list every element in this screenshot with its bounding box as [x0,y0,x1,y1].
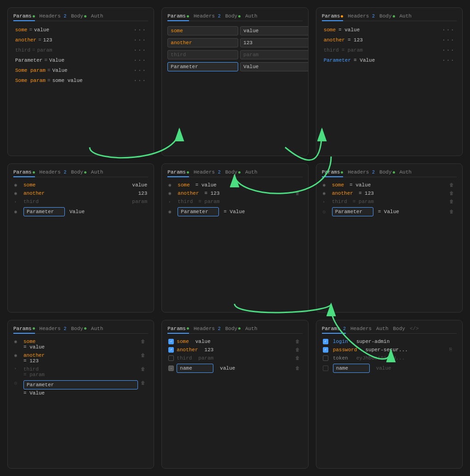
tab-body-6[interactable]: Body [379,169,395,175]
checkbox[interactable]: ✓ [168,339,174,344]
param-menu[interactable]: ··· [442,26,455,34]
delete-button[interactable]: 🗑 [295,366,302,371]
eye-off-icon[interactable]: ◎ [323,209,329,215]
param-menu[interactable]: ··· [133,77,146,84]
delete-button[interactable]: 🗑 [295,191,302,196]
key-input[interactable] [167,38,238,47]
tab-body-3[interactable]: Body [379,13,395,19]
tab-headers-7[interactable]: Headers 2 [40,326,67,331]
checkbox[interactable] [168,355,174,361]
eye-icon[interactable]: ◉ [323,191,329,196]
tab-params-8[interactable]: Params [167,326,189,331]
tab-auth-2[interactable]: Auth [245,13,257,19]
param-menu[interactable]: ··· [133,46,146,54]
delete-button[interactable]: 🗑 [141,353,147,358]
copy-button[interactable]: ⎘ [449,347,456,352]
tab-auth-1[interactable]: Auth [91,13,103,19]
tab-auth-4[interactable]: Auth [91,169,103,175]
tab-body-1[interactable]: Body [71,13,86,19]
key-input[interactable] [167,26,238,35]
eye-icon[interactable]: ◉ [323,182,329,188]
tab-auth-5[interactable]: Auth [245,169,257,175]
param-menu[interactable]: ··· [133,57,146,64]
chevron-icon[interactable]: › [14,200,21,204]
delete-button[interactable]: 🗑 [449,182,456,188]
checkbox[interactable]: ✓ [323,339,328,344]
eye-icon[interactable]: ◉ [168,182,175,188]
param-menu[interactable]: ··· [133,36,146,44]
tab-headers-2[interactable]: Headers 2 [194,13,221,19]
key-input[interactable] [177,364,213,373]
tab-headers-4[interactable]: Headers 2 [40,169,67,175]
delete-button[interactable]: 🗑 [295,339,302,344]
tab-auth-8[interactable]: Auth [245,326,257,331]
tab-params-1[interactable]: Params [13,13,35,19]
key-input[interactable] [167,62,238,71]
param-val: = 123 [348,37,363,43]
tab-params-4[interactable]: Params [13,169,35,175]
tab-headers-1[interactable]: Headers 2 [40,13,67,19]
tab-body-2[interactable]: Body [225,13,241,19]
eye-icon[interactable]: ◉ [168,191,175,196]
eye-icon[interactable]: ◉ [14,339,21,344]
chevron-icon[interactable]: › [323,200,329,204]
tab-auth-3[interactable]: Auth [400,13,412,19]
tab-params-9[interactable]: Params 2 [322,326,346,331]
tab-headers-9[interactable]: Headers [350,326,372,331]
eye-icon[interactable]: ◉ [14,353,21,358]
checkbox[interactable] [323,355,328,361]
eye-icon[interactable]: ◉ [14,182,21,188]
delete-button[interactable]: 🗑 [141,366,147,372]
delete-button[interactable]: 🗑 [141,380,147,386]
eye-icon[interactable]: ◉ [14,191,21,196]
tab-headers-8[interactable]: Headers 2 [194,326,221,331]
checkbox[interactable]: – [168,366,174,371]
chevron-icon[interactable]: › [168,200,175,204]
tab-headers-6[interactable]: Headers 2 [348,169,375,175]
tab-params-2[interactable]: Params [167,13,189,19]
param-menu[interactable]: ··· [133,67,146,74]
tab-auth-9[interactable]: Auth [376,326,388,331]
val-input[interactable] [240,38,308,47]
key-input[interactable] [23,207,65,216]
param-menu[interactable]: ··· [442,36,455,44]
tab-auth-6[interactable]: Auth [400,169,412,175]
eye-icon[interactable]: ◉ [14,209,21,215]
key-input[interactable] [178,207,219,216]
delete-button[interactable]: 🗑 [295,347,302,353]
tab-code-9[interactable]: </> [410,326,419,331]
val-input[interactable] [240,26,308,35]
val-input[interactable] [240,50,308,59]
delete-button[interactable]: 🗑 [449,209,456,215]
tab-headers-5[interactable]: Headers 2 [194,169,221,175]
tab-body-5[interactable]: Body [225,169,241,175]
chevron-icon[interactable]: › [14,366,21,371]
key-input[interactable] [23,380,138,389]
tab-body-8[interactable]: Body [225,326,241,331]
key-input[interactable] [167,50,238,59]
tab-body-9[interactable]: Body [393,326,405,331]
eye-off-icon[interactable]: ◎ [14,380,21,386]
eye-icon[interactable]: ◉ [168,209,175,215]
key-input[interactable] [333,364,370,373]
key-input[interactable] [332,207,373,216]
checkbox[interactable]: ✓ [323,347,328,353]
tab-params-3[interactable]: Params [322,13,344,19]
param-menu[interactable]: ··· [133,26,146,34]
tab-params-5[interactable]: Params [167,169,189,175]
checkbox[interactable] [323,366,328,371]
delete-button[interactable]: 🗑 [449,191,456,196]
tab-headers-3[interactable]: Headers 2 [348,13,375,19]
param-menu[interactable]: ··· [442,57,455,64]
checkbox[interactable]: ✓ [168,347,174,353]
delete-button[interactable]: 🗑 [295,355,302,361]
tab-auth-7[interactable]: Auth [91,326,103,331]
tab-params-7[interactable]: Params [13,326,35,331]
param-menu[interactable]: ··· [442,46,455,54]
val-input[interactable] [240,62,308,71]
tab-body-7[interactable]: Body [71,326,86,331]
delete-button[interactable]: 🗑 [449,199,456,204]
delete-button[interactable]: 🗑 [141,339,147,344]
tab-body-4[interactable]: Body [71,169,86,175]
tab-params-6[interactable]: Params [322,169,344,175]
